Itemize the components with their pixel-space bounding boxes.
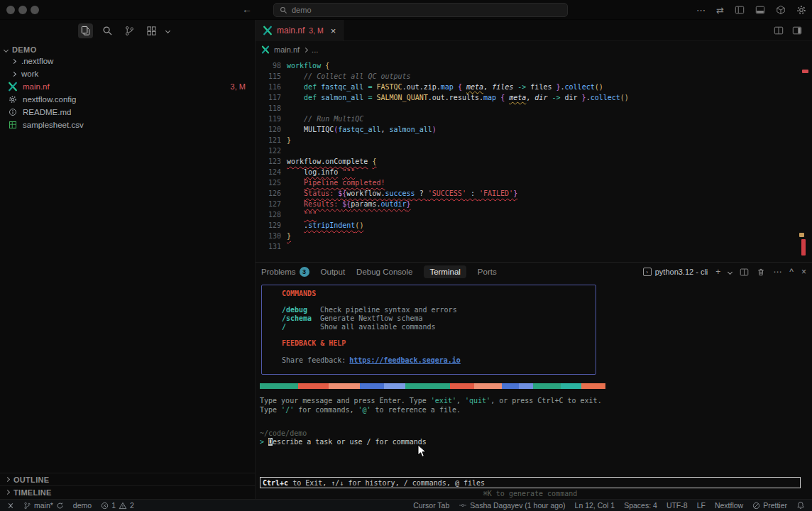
workspace-indicator[interactable]: demo [73, 501, 92, 510]
editor-layout-icon[interactable] [792, 26, 802, 35]
panel-tab-label: Ports [478, 268, 497, 276]
notifications-bell-icon[interactable] [796, 501, 805, 510]
code-line[interactable]: 122 [256, 145, 812, 156]
tab-git-badge: 3, M [309, 26, 323, 35]
code-text: .stripIndent() [287, 220, 363, 231]
tab-debug-console[interactable]: Debug Console [356, 268, 412, 276]
close-tab-icon[interactable]: × [331, 26, 336, 36]
toggle-sidebar-icon[interactable] [735, 5, 745, 15]
terminal-content[interactable]: COMMANDS /debug Check pipeline syntax an… [256, 281, 812, 500]
breadcrumb-file[interactable]: main.nf [274, 45, 300, 54]
outline-section-header[interactable]: OUTLINE [0, 473, 256, 485]
code-text: workflow.onComplete { [287, 156, 376, 167]
back-icon[interactable]: ← [242, 4, 252, 15]
tab-problems[interactable]: Problems 3 [261, 267, 309, 277]
code-line[interactable]: 127 Results: ${params.outdir} [256, 199, 812, 209]
maximize-panel-icon[interactable]: ^ [789, 267, 794, 277]
command-row: /debug Check pipeline syntax and errors [282, 306, 596, 314]
breadcrumb[interactable]: main.nf ... [256, 41, 812, 58]
language-mode: Nextflow [715, 501, 743, 510]
eol-indicator[interactable]: LF [697, 501, 706, 510]
line-number: 128 [256, 209, 281, 220]
terminal-hint-line: Type '/' for commands, '@' to reference … [260, 405, 602, 414]
nextflow-icon [263, 26, 273, 35]
chevron-down-icon [4, 47, 9, 52]
trash-icon[interactable] [757, 268, 765, 277]
code-line[interactable]: 117 def salmon_all = SALMON_QUANT.out.re… [256, 92, 812, 103]
tree-item-readme-md[interactable]: README.md [0, 106, 256, 119]
tab-terminal[interactable]: Terminal [424, 265, 466, 278]
split-editor-icon[interactable] [774, 26, 784, 35]
sync-arrows-icon[interactable]: ⇄ [716, 6, 724, 15]
source-control-tab-button[interactable] [122, 23, 137, 38]
chevron-down-icon[interactable] [165, 28, 170, 33]
remote-indicator[interactable] [7, 504, 14, 507]
tree-item-nextflow-config[interactable]: nextflow.config [0, 93, 256, 106]
tab-main-nf[interactable]: main.nf 3, M × [256, 20, 344, 41]
git-blame-indicator[interactable]: Sasha Dagayev (1 hour ago) [459, 501, 565, 510]
explorer-section-header[interactable]: DEMO [4, 45, 37, 54]
breadcrumb-symbol[interactable]: ... [312, 45, 318, 54]
tree-item-nextflow-folder[interactable]: .nextflow [0, 55, 256, 67]
code-line[interactable]: 131 [256, 241, 812, 252]
cursor-tab-indicator[interactable]: Cursor Tab [413, 501, 449, 510]
command-center-search[interactable]: demo [273, 3, 568, 17]
tree-item-samplesheet-csv[interactable]: samplesheet.csv [0, 119, 256, 131]
panel-tab-label: Output [321, 268, 346, 276]
new-terminal-icon[interactable]: + [715, 267, 720, 277]
error-count: 1 [111, 501, 116, 510]
terminal-instance[interactable]: › python3.12 - cli [643, 268, 708, 276]
panel-tab-label: Debug Console [356, 268, 412, 276]
tree-item-work-folder[interactable]: work [0, 67, 256, 80]
tab-output[interactable]: Output [321, 268, 346, 276]
cursor-position-indicator[interactable]: Ln 12, Col 1 [575, 501, 615, 510]
terminal-prompt[interactable]: > Describe a task or use / for commands [260, 438, 427, 446]
code-line[interactable]: 130} [256, 231, 812, 241]
panel-more-icon[interactable]: ⋯ [773, 267, 781, 277]
close-window-button[interactable] [6, 6, 15, 14]
code-line[interactable]: 120 MULTIQC(fastqc_all, salmon_all) [256, 124, 812, 135]
search-tab-button[interactable] [100, 23, 115, 38]
split-terminal-icon[interactable] [740, 268, 749, 277]
settings-gear-icon[interactable] [796, 5, 806, 15]
blame-icon [459, 502, 467, 509]
more-actions-icon[interactable]: ⋯ [696, 6, 706, 15]
problems-indicator[interactable]: 1 2 [101, 501, 134, 510]
code-line[interactable]: 124 log.info """ [256, 167, 812, 177]
shortcut-keys: Ctrl+c [263, 479, 288, 487]
code-line[interactable]: 119 // Run MultiQC [256, 114, 812, 124]
timeline-section-header[interactable]: TIMELINE [0, 485, 256, 498]
language-mode-indicator[interactable]: Nextflow [715, 501, 743, 510]
warning-count: 2 [130, 501, 134, 510]
code-line[interactable]: 129 .stripIndent() [256, 220, 812, 231]
code-line[interactable]: 121} [256, 135, 812, 145]
tree-item-main-nf[interactable]: main.nf 3, M [0, 80, 256, 93]
code-line[interactable]: 118 [256, 103, 812, 114]
code-line[interactable]: 98workflow { [256, 60, 812, 71]
code-line[interactable]: 123workflow.onComplete { [256, 156, 812, 167]
terminal-dropdown-icon[interactable] [728, 269, 733, 274]
cursor-position: Ln 12, Col 1 [575, 501, 615, 510]
code-line[interactable]: 115 // Collect all QC outputs [256, 71, 812, 82]
zoom-window-button[interactable] [31, 6, 39, 14]
info-file-icon [9, 108, 17, 116]
tab-ports[interactable]: Ports [478, 268, 497, 276]
toggle-panel-icon[interactable] [755, 5, 765, 15]
terminal-hint-lines: Type your message and press Enter. Type … [260, 396, 602, 414]
git-branch-indicator[interactable]: main* [23, 501, 64, 510]
code-line[interactable]: 116 def fastqc_all = FASTQC.out.zip.map … [256, 82, 812, 92]
cube-icon[interactable] [776, 5, 786, 15]
code-line[interactable]: 125 Pipeline completed! [256, 177, 812, 188]
encoding-indicator[interactable]: UTF-8 [666, 501, 688, 510]
code-line[interactable]: 128 """ [256, 209, 812, 220]
feedback-link[interactable]: https://feedback.seqera.io [349, 356, 461, 364]
close-panel-icon[interactable]: × [801, 267, 806, 277]
indentation-indicator[interactable]: Spaces: 4 [624, 501, 657, 510]
warning-icon [119, 502, 127, 510]
extensions-tab-button[interactable] [144, 23, 159, 38]
line-number: 117 [256, 92, 281, 103]
explorer-tab-button[interactable] [78, 23, 93, 38]
formatter-indicator[interactable]: Prettier [752, 501, 787, 510]
code-line[interactable]: 126 Status: ${workflow.success ? 'SUCCES… [256, 188, 812, 199]
minimize-window-button[interactable] [18, 6, 27, 14]
